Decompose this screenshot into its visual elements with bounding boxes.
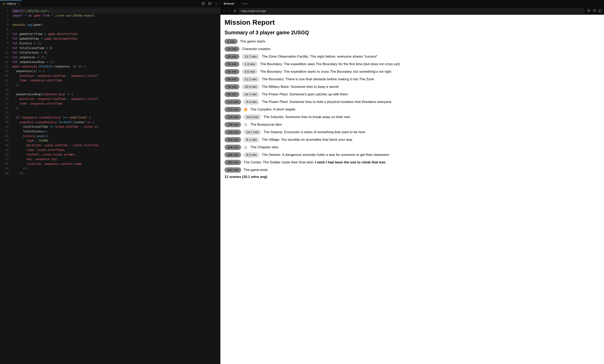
editor-tab-active[interactable]: JS index.js ×	[0, 0, 22, 7]
time-pill: 0 min	[225, 39, 238, 44]
nav-forward-icon[interactable]	[228, 9, 231, 12]
code-line[interactable]: totalScenes++;	[12, 129, 220, 134]
svg-rect-6	[593, 10, 595, 12]
event-row: 138 min☠️The Bureaucrat dies	[225, 122, 600, 127]
code-line[interactable]: let sequenceLookup = [];	[12, 60, 220, 64]
code-line[interactable]: type: `SCENE`,	[12, 138, 220, 143]
event-row: 59 min11.2 minThe Boundary: There is one…	[225, 77, 600, 82]
time-pill: 35 min	[225, 54, 239, 59]
line-number: 35	[0, 166, 9, 171]
event-text: The Boundary: There is one final obstacl…	[262, 77, 374, 81]
editor-actions	[199, 2, 220, 5]
event-emoji-icon: ☠️	[243, 145, 248, 149]
line-number: 19	[0, 92, 9, 97]
code-line[interactable]: let history = [];	[12, 41, 220, 46]
code-line[interactable]: totalSceneTime += scene.endTime - scene.…	[12, 124, 220, 129]
code-line[interactable]: key: sequence.key,	[12, 157, 220, 162]
new-window-icon[interactable]	[592, 9, 596, 13]
time-pill: 53 min	[225, 61, 239, 67]
duration-pill: 11.2 min	[242, 77, 259, 82]
code-line[interactable]: game.sequences.forEach((sequence, i) => …	[12, 64, 220, 69]
code-content[interactable]: import"./styles.css";import * as game fr…	[12, 7, 220, 364]
code-line[interactable]: content: scene.scene.prompt,	[12, 152, 220, 157]
code-area[interactable]: 1234567891011121314151617181920212223242…	[0, 7, 220, 364]
code-line[interactable]: time: scene.startTime,	[12, 148, 220, 152]
event-text: The Zone Observation Facility: The night…	[262, 55, 378, 59]
code-line[interactable]: sequence.sceneHistory.forEach((scene) =>…	[12, 120, 220, 125]
event-text: The Campfire. A short respite	[250, 108, 295, 111]
code-line[interactable]: let totalSceneTime = 0;	[12, 46, 220, 50]
code-line[interactable]: duration: sequence.endTime - sequence.st…	[12, 73, 220, 78]
expand-icon[interactable]	[598, 9, 602, 13]
time-pill: 155 min	[225, 137, 241, 142]
tab-tests[interactable]: Tests	[241, 0, 249, 7]
run-preview-icon[interactable]	[208, 2, 212, 5]
line-number: 7	[0, 36, 9, 41]
event-text: The Swamp: Encounter a vision of somethi…	[264, 130, 365, 134]
url-input[interactable]	[239, 8, 584, 14]
code-line[interactable]: sequenceLookup[sequence.key] = {	[12, 92, 220, 97]
event-text: The Power Plant: Someone's past catches …	[262, 92, 348, 97]
code-line[interactable]: });	[12, 166, 220, 171]
code-line[interactable]	[12, 87, 220, 92]
event-text: The Military Base: Someone tries to keep…	[262, 85, 339, 89]
event-emoji-icon: 🔥	[243, 108, 248, 112]
event-text: Character creation	[242, 47, 271, 51]
code-line[interactable]: }):	[12, 171, 220, 175]
split-editor-icon[interactable]	[201, 2, 205, 5]
line-number: 20	[0, 97, 9, 101]
event-row: 95 min14.7 minThe Power Plant: Someone's…	[225, 92, 600, 97]
event-text: The Village: You stumble on anomalies th…	[262, 138, 352, 142]
codesandbox-icon[interactable]	[587, 9, 591, 13]
line-number: 25	[0, 120, 9, 125]
code-line[interactable]: duration: sequence.endTime - sequence.st…	[12, 97, 220, 101]
code-line[interactable]: let totalScenes = 0;	[12, 50, 220, 55]
line-number: 15	[0, 73, 9, 78]
duration-pill: 15.3 min	[242, 84, 259, 89]
event-row: 0 minThe game starts	[225, 39, 600, 44]
line-number: 24	[0, 115, 9, 120]
time-pill: 95 min	[225, 92, 239, 97]
code-line[interactable]: history.push({	[12, 134, 220, 138]
more-icon[interactable]	[214, 2, 218, 5]
line-number: 2	[0, 13, 9, 18]
event-row: 139 min14.7 minThe Swamp: Encounter a vi…	[225, 130, 600, 135]
time-pill: 166 min	[225, 152, 241, 158]
summary-line: 11 scenes (10.1 mins avg)	[225, 175, 600, 179]
event-text: The Power Plant: Someone tries to hide a…	[262, 100, 391, 104]
line-number: 6	[0, 32, 9, 36]
duration-pill: 14.7 min	[242, 92, 259, 97]
code-line[interactable]: };	[12, 83, 220, 87]
code-line[interactable]: import"./styles.css";	[12, 9, 220, 13]
nav-back-icon[interactable]	[223, 9, 226, 12]
tab-browser[interactable]: Browser	[223, 0, 235, 7]
browser-tab-bar: Browser Tests	[220, 0, 604, 7]
time-pill: 164 min	[225, 145, 241, 150]
svg-point-5	[217, 3, 218, 4]
line-number: 21	[0, 101, 9, 106]
preview-page[interactable]: Mission Report Summary of 3 player game …	[220, 15, 604, 364]
code-line[interactable]: sequences[i] = {	[12, 69, 220, 73]
code-line[interactable]: duration: scene.endTime - scene.startTim	[12, 143, 220, 148]
code-line[interactable]: let sequences = [];	[12, 55, 220, 60]
code-line[interactable]	[12, 110, 220, 115]
code-line[interactable]	[12, 27, 220, 32]
code-line[interactable]: location: sequence.content.name	[12, 162, 220, 166]
close-icon[interactable]: ×	[18, 2, 19, 5]
event-row: 115 min🔥The Campfire. A short respite	[225, 107, 600, 112]
code-line[interactable]: let gameEndTime = game.dateCompleted;	[12, 36, 220, 41]
code-line[interactable]: let gameStartTime = game.dateStarted;	[12, 32, 220, 36]
line-number: 11	[0, 55, 9, 60]
reload-icon[interactable]	[233, 9, 236, 12]
code-line[interactable]: };	[12, 106, 220, 110]
time-pill: 55 min	[225, 69, 239, 74]
code-line[interactable]: time: sequence.startTime	[12, 101, 220, 106]
code-line[interactable]: import * as game from "./zone-vue-2USGQ-…	[12, 13, 220, 18]
event-row: 180 minThe Center: The Soldier made thei…	[225, 160, 600, 165]
code-line[interactable]: if (sequence.sceneHistory !== undefined)…	[12, 115, 220, 120]
time-pill: 22 min	[225, 46, 239, 52]
code-line[interactable]	[12, 18, 220, 23]
code-line[interactable]: console.log(game);	[12, 23, 220, 27]
code-line[interactable]: time: sequence.startTime	[12, 78, 220, 83]
event-row: 110 min5.4 minThe Power Plant: Someone t…	[225, 99, 600, 105]
